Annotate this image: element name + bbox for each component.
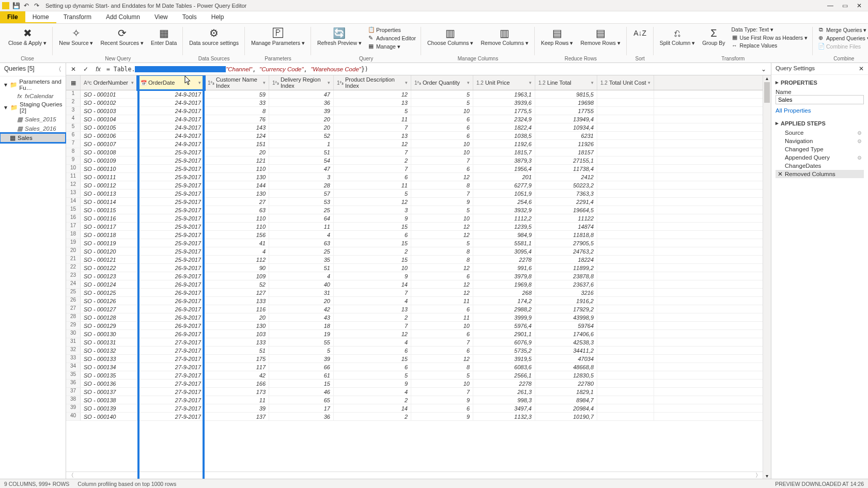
applied-step[interactable]: Appended Query⚙ bbox=[776, 153, 864, 162]
query-folder[interactable]: 📁 Staging Queries [2] bbox=[0, 100, 66, 115]
cell[interactable]: 25-9-2017 bbox=[137, 173, 205, 181]
sort-asc-button[interactable]: A↓Z bbox=[630, 25, 650, 41]
cell[interactable]: 7363,3 bbox=[535, 190, 597, 197]
cell[interactable]: 24-9-2017 bbox=[137, 90, 205, 98]
cell[interactable]: 27-9-2017 bbox=[137, 388, 205, 396]
cell[interactable]: 8 bbox=[411, 181, 473, 189]
cell[interactable]: 8 bbox=[411, 363, 473, 371]
cell[interactable]: 143 bbox=[205, 123, 269, 131]
cell[interactable]: 5 bbox=[334, 371, 411, 379]
table-row[interactable]: 5SO - 00010524-9-201714320761822,410934,… bbox=[66, 123, 763, 132]
table-row[interactable]: 14SO - 00011425-9-20172753129254,62291,4 bbox=[66, 198, 763, 206]
cell[interactable]: SO - 000109 bbox=[81, 156, 137, 164]
cell[interactable]: 27-9-2017 bbox=[137, 404, 205, 412]
cell[interactable] bbox=[597, 297, 654, 305]
cell[interactable]: 27-9-2017 bbox=[137, 413, 205, 420]
cell[interactable]: SO - 000140 bbox=[81, 413, 137, 420]
close-settings-icon[interactable]: ✕ bbox=[859, 65, 864, 72]
cell[interactable]: 39 bbox=[269, 107, 334, 115]
cell[interactable]: 15 bbox=[334, 223, 411, 230]
column-header-orderquantity[interactable]: 1²₃Order Quantity▾ bbox=[411, 75, 473, 90]
cell[interactable]: SO - 000105 bbox=[81, 123, 137, 131]
cell[interactable] bbox=[597, 322, 654, 329]
cell[interactable]: 1829,1 bbox=[535, 388, 597, 396]
row-number[interactable]: 32 bbox=[66, 347, 81, 354]
cell[interactable]: 11926 bbox=[535, 140, 597, 148]
query-name-input[interactable] bbox=[776, 95, 864, 104]
cell[interactable]: 1112,2 bbox=[473, 214, 535, 222]
row-number[interactable]: 33 bbox=[66, 355, 81, 363]
cell[interactable]: SO - 000107 bbox=[81, 140, 137, 148]
cell[interactable]: 130 bbox=[205, 173, 269, 181]
column-header-productdescriptionindex[interactable]: 1²₃Product Description Index▾ bbox=[334, 75, 411, 90]
cell[interactable]: 5 bbox=[411, 99, 473, 106]
cell[interactable]: 2412 bbox=[535, 173, 597, 181]
cell[interactable]: SO - 000110 bbox=[81, 165, 137, 172]
cell[interactable]: 3939,6 bbox=[473, 99, 535, 106]
cell[interactable] bbox=[597, 272, 654, 280]
table-row[interactable]: 31SO - 00013127-9-201713355476076,942538… bbox=[66, 338, 763, 347]
row-number[interactable]: 40 bbox=[66, 413, 81, 420]
cell[interactable]: 10190,7 bbox=[535, 413, 597, 420]
cell[interactable]: 151 bbox=[205, 140, 269, 148]
cell[interactable] bbox=[597, 371, 654, 379]
cell[interactable] bbox=[597, 247, 654, 255]
cell[interactable]: 1 bbox=[269, 140, 334, 148]
cell[interactable]: SO - 000108 bbox=[81, 148, 137, 156]
cell[interactable]: SO - 000120 bbox=[81, 247, 137, 255]
cell[interactable]: 110 bbox=[205, 223, 269, 230]
cell[interactable]: 43998,9 bbox=[535, 313, 597, 321]
cell[interactable]: 28 bbox=[269, 181, 334, 189]
row-number[interactable]: 37 bbox=[66, 388, 81, 396]
table-row[interactable]: 35SO - 00013527-9-20174261552566,112830,… bbox=[66, 371, 763, 380]
row-number[interactable]: 13 bbox=[66, 190, 81, 197]
cell[interactable]: 25-9-2017 bbox=[137, 206, 205, 214]
cell[interactable] bbox=[597, 198, 654, 206]
cell[interactable]: SO - 000130 bbox=[81, 330, 137, 338]
table-row[interactable]: 39SO - 00013927-9-201739171463497,420984… bbox=[66, 404, 763, 413]
cell[interactable]: 26-9-2017 bbox=[137, 297, 205, 305]
cell[interactable]: 34411,2 bbox=[535, 347, 597, 354]
cell[interactable]: 116 bbox=[205, 305, 269, 313]
cell[interactable]: SO - 000102 bbox=[81, 99, 137, 106]
cell[interactable]: SO - 000111 bbox=[81, 173, 137, 181]
cell[interactable]: 26-9-2017 bbox=[137, 330, 205, 338]
table-row[interactable]: 30SO - 00013026-9-2017103191262901,11740… bbox=[66, 330, 763, 338]
cell[interactable]: 174,2 bbox=[473, 297, 535, 305]
cell[interactable]: 7 bbox=[334, 289, 411, 296]
cell[interactable]: 998,3 bbox=[473, 396, 535, 404]
cell[interactable]: SO - 000126 bbox=[81, 297, 137, 305]
cell[interactable]: 25-9-2017 bbox=[137, 247, 205, 255]
cell[interactable]: 3216 bbox=[535, 289, 597, 296]
cell[interactable] bbox=[597, 396, 654, 404]
cell[interactable]: SO - 000136 bbox=[81, 380, 137, 387]
tab-file[interactable]: File bbox=[0, 11, 25, 23]
cell[interactable]: SO - 000115 bbox=[81, 206, 137, 214]
cell[interactable] bbox=[597, 107, 654, 115]
cell[interactable]: 24-9-2017 bbox=[137, 115, 205, 123]
cell[interactable]: 130 bbox=[205, 190, 269, 197]
query-item[interactable]: fxfxCalendar bbox=[0, 92, 66, 100]
row-number[interactable]: 15 bbox=[66, 206, 81, 214]
commit-formula-icon[interactable]: ✓ bbox=[82, 66, 90, 73]
group-by-button[interactable]: ΣGroup By bbox=[699, 25, 728, 48]
row-number[interactable]: 30 bbox=[66, 330, 81, 338]
collapse-queries-icon[interactable]: 〈 bbox=[55, 65, 61, 74]
cell[interactable]: 2 bbox=[334, 313, 411, 321]
cell[interactable]: 5 bbox=[269, 347, 334, 354]
table-row[interactable]: 29SO - 00012926-9-2017130187105976,45976… bbox=[66, 322, 763, 330]
cell[interactable]: 9815,5 bbox=[535, 90, 597, 98]
filter-dropdown-icon[interactable]: ▾ bbox=[198, 80, 201, 85]
row-number[interactable]: 21 bbox=[66, 256, 81, 263]
cell[interactable]: 6 bbox=[411, 123, 473, 131]
cell[interactable]: 10934,4 bbox=[535, 123, 597, 131]
cell[interactable]: 9 bbox=[411, 396, 473, 404]
cell[interactable]: 2901,1 bbox=[473, 330, 535, 338]
cell[interactable]: 19 bbox=[269, 330, 334, 338]
cell[interactable] bbox=[597, 156, 654, 164]
applied-step[interactable]: Changed Type bbox=[776, 145, 864, 153]
column-header-totalunitcost[interactable]: 1.2Total Unit Cost▾ bbox=[597, 75, 654, 90]
cell[interactable]: 11 bbox=[269, 223, 334, 230]
table-row[interactable]: 9SO - 00010925-9-201712154273879,327155,… bbox=[66, 156, 763, 165]
cell[interactable]: 26-9-2017 bbox=[137, 305, 205, 313]
